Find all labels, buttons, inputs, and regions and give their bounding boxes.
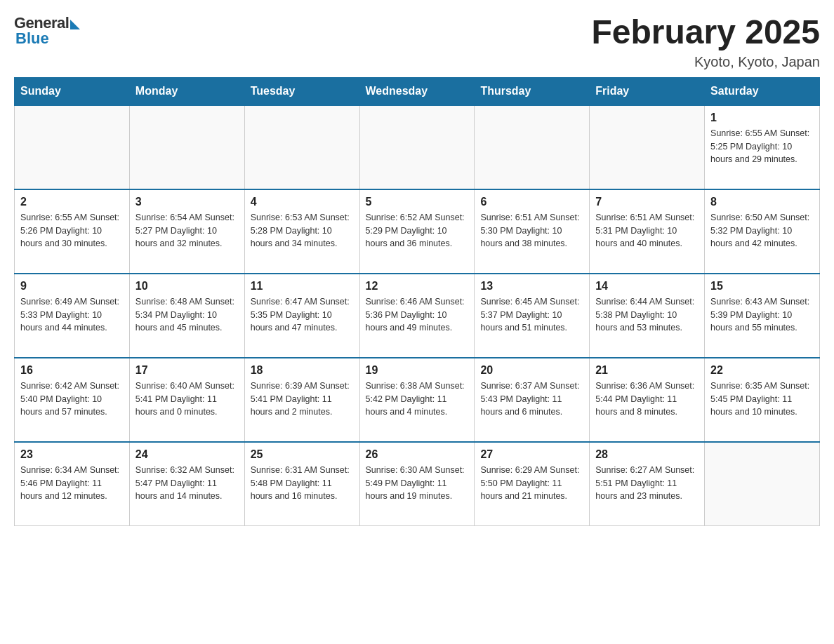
logo: General Blue [14, 14, 80, 48]
day-info: Sunrise: 6:50 AM Sunset: 5:32 PM Dayligh… [710, 211, 814, 250]
day-header-sunday: Sunday [15, 77, 130, 105]
calendar-cell: 4Sunrise: 6:53 AM Sunset: 5:28 PM Daylig… [244, 189, 359, 274]
day-info: Sunrise: 6:39 AM Sunset: 5:41 PM Dayligh… [251, 380, 354, 419]
day-info: Sunrise: 6:48 AM Sunset: 5:34 PM Dayligh… [135, 295, 239, 335]
day-info: Sunrise: 6:35 AM Sunset: 5:45 PM Dayligh… [710, 380, 814, 419]
day-header-wednesday: Wednesday [359, 77, 475, 105]
week-row-1: 1Sunrise: 6:55 AM Sunset: 5:25 PM Daylig… [15, 105, 820, 189]
day-info: Sunrise: 6:54 AM Sunset: 5:27 PM Dayligh… [135, 211, 239, 250]
week-row-3: 9Sunrise: 6:49 AM Sunset: 5:33 PM Daylig… [15, 274, 820, 358]
calendar-cell [15, 105, 130, 189]
calendar-cell: 28Sunrise: 6:27 AM Sunset: 5:51 PM Dayli… [590, 442, 705, 526]
day-info: Sunrise: 6:40 AM Sunset: 5:41 PM Dayligh… [135, 380, 239, 419]
calendar-cell: 17Sunrise: 6:40 AM Sunset: 5:41 PM Dayli… [129, 358, 244, 442]
calendar-cell: 18Sunrise: 6:39 AM Sunset: 5:41 PM Dayli… [244, 358, 359, 442]
day-info: Sunrise: 6:47 AM Sunset: 5:35 PM Dayligh… [251, 295, 354, 335]
calendar-cell: 27Sunrise: 6:29 AM Sunset: 5:50 PM Dayli… [475, 442, 590, 526]
day-number: 12 [366, 280, 469, 293]
day-number: 19 [366, 364, 469, 377]
day-number: 22 [710, 364, 814, 377]
day-header-monday: Monday [129, 77, 244, 105]
logo-blue-text: Blue [14, 29, 49, 48]
calendar-cell: 10Sunrise: 6:48 AM Sunset: 5:34 PM Dayli… [129, 274, 244, 358]
day-number: 2 [20, 196, 124, 208]
day-info: Sunrise: 6:44 AM Sunset: 5:38 PM Dayligh… [595, 295, 699, 335]
day-number: 10 [135, 280, 239, 293]
day-number: 11 [251, 280, 354, 293]
calendar-cell: 1Sunrise: 6:55 AM Sunset: 5:25 PM Daylig… [705, 105, 820, 189]
day-info: Sunrise: 6:55 AM Sunset: 5:26 PM Dayligh… [20, 211, 124, 250]
calendar-cell: 14Sunrise: 6:44 AM Sunset: 5:38 PM Dayli… [590, 274, 705, 358]
calendar-cell: 9Sunrise: 6:49 AM Sunset: 5:33 PM Daylig… [15, 274, 130, 358]
day-header-tuesday: Tuesday [244, 77, 359, 105]
calendar-cell: 23Sunrise: 6:34 AM Sunset: 5:46 PM Dayli… [15, 442, 130, 526]
day-info: Sunrise: 6:43 AM Sunset: 5:39 PM Dayligh… [710, 295, 814, 335]
calendar-cell: 3Sunrise: 6:54 AM Sunset: 5:27 PM Daylig… [129, 189, 244, 274]
calendar-cell: 6Sunrise: 6:51 AM Sunset: 5:30 PM Daylig… [475, 189, 590, 274]
day-number: 14 [595, 280, 699, 293]
calendar-cell: 13Sunrise: 6:45 AM Sunset: 5:37 PM Dayli… [475, 274, 590, 358]
calendar-cell: 7Sunrise: 6:51 AM Sunset: 5:31 PM Daylig… [590, 189, 705, 274]
day-info: Sunrise: 6:46 AM Sunset: 5:36 PM Dayligh… [366, 295, 469, 335]
day-number: 6 [480, 196, 583, 208]
calendar-cell: 5Sunrise: 6:52 AM Sunset: 5:29 PM Daylig… [359, 189, 475, 274]
day-info: Sunrise: 6:51 AM Sunset: 5:30 PM Dayligh… [480, 211, 583, 250]
day-number: 7 [595, 196, 699, 208]
day-info: Sunrise: 6:42 AM Sunset: 5:40 PM Dayligh… [20, 380, 124, 419]
calendar-cell [359, 105, 475, 189]
calendar-cell: 19Sunrise: 6:38 AM Sunset: 5:42 PM Dayli… [359, 358, 475, 442]
day-number: 20 [480, 364, 583, 377]
title-area: February 2025 Kyoto, Kyoto, Japan [591, 14, 820, 70]
calendar-cell [244, 105, 359, 189]
day-number: 1 [710, 112, 814, 124]
day-info: Sunrise: 6:27 AM Sunset: 5:51 PM Dayligh… [595, 464, 699, 503]
day-number: 5 [366, 196, 469, 208]
day-info: Sunrise: 6:37 AM Sunset: 5:43 PM Dayligh… [480, 380, 583, 419]
calendar-cell [705, 442, 820, 526]
calendar-cell: 8Sunrise: 6:50 AM Sunset: 5:32 PM Daylig… [705, 189, 820, 274]
calendar-cell: 16Sunrise: 6:42 AM Sunset: 5:40 PM Dayli… [15, 358, 130, 442]
week-row-5: 23Sunrise: 6:34 AM Sunset: 5:46 PM Dayli… [15, 442, 820, 526]
calendar-cell: 22Sunrise: 6:35 AM Sunset: 5:45 PM Dayli… [705, 358, 820, 442]
calendar-cell [475, 105, 590, 189]
calendar-table: SundayMondayTuesdayWednesdayThursdayFrid… [14, 77, 820, 527]
day-number: 17 [135, 364, 239, 377]
day-number: 13 [480, 280, 583, 293]
day-number: 4 [251, 196, 354, 208]
calendar-cell: 11Sunrise: 6:47 AM Sunset: 5:35 PM Dayli… [244, 274, 359, 358]
day-info: Sunrise: 6:51 AM Sunset: 5:31 PM Dayligh… [595, 211, 699, 250]
day-number: 9 [20, 280, 124, 293]
calendar-title: February 2025 [591, 14, 820, 51]
calendar-cell: 26Sunrise: 6:30 AM Sunset: 5:49 PM Dayli… [359, 442, 475, 526]
day-number: 3 [135, 196, 239, 208]
day-number: 15 [710, 280, 814, 293]
calendar-cell: 21Sunrise: 6:36 AM Sunset: 5:44 PM Dayli… [590, 358, 705, 442]
day-number: 18 [251, 364, 354, 377]
day-number: 24 [135, 448, 239, 461]
page-header: General Blue February 2025 Kyoto, Kyoto,… [14, 14, 820, 70]
calendar-cell: 24Sunrise: 6:32 AM Sunset: 5:47 PM Dayli… [129, 442, 244, 526]
day-number: 25 [251, 448, 354, 461]
day-info: Sunrise: 6:45 AM Sunset: 5:37 PM Dayligh… [480, 295, 583, 335]
day-number: 26 [366, 448, 469, 461]
calendar-cell: 2Sunrise: 6:55 AM Sunset: 5:26 PM Daylig… [15, 189, 130, 274]
days-of-week-row: SundayMondayTuesdayWednesdayThursdayFrid… [15, 77, 820, 105]
calendar-cell: 25Sunrise: 6:31 AM Sunset: 5:48 PM Dayli… [244, 442, 359, 526]
day-info: Sunrise: 6:29 AM Sunset: 5:50 PM Dayligh… [480, 464, 583, 503]
calendar-cell: 15Sunrise: 6:43 AM Sunset: 5:39 PM Dayli… [705, 274, 820, 358]
calendar-cell [129, 105, 244, 189]
day-number: 27 [480, 448, 583, 461]
day-info: Sunrise: 6:49 AM Sunset: 5:33 PM Dayligh… [20, 295, 124, 335]
day-info: Sunrise: 6:31 AM Sunset: 5:48 PM Dayligh… [251, 464, 354, 503]
day-info: Sunrise: 6:52 AM Sunset: 5:29 PM Dayligh… [366, 211, 469, 250]
week-row-4: 16Sunrise: 6:42 AM Sunset: 5:40 PM Dayli… [15, 358, 820, 442]
day-number: 23 [20, 448, 124, 461]
day-number: 16 [20, 364, 124, 377]
calendar-subtitle: Kyoto, Kyoto, Japan [591, 54, 820, 70]
calendar-cell: 20Sunrise: 6:37 AM Sunset: 5:43 PM Dayli… [475, 358, 590, 442]
calendar-cell: 12Sunrise: 6:46 AM Sunset: 5:36 PM Dayli… [359, 274, 475, 358]
day-info: Sunrise: 6:30 AM Sunset: 5:49 PM Dayligh… [366, 464, 469, 503]
day-header-thursday: Thursday [475, 77, 590, 105]
logo-arrow-icon [70, 20, 80, 29]
day-info: Sunrise: 6:36 AM Sunset: 5:44 PM Dayligh… [595, 380, 699, 419]
